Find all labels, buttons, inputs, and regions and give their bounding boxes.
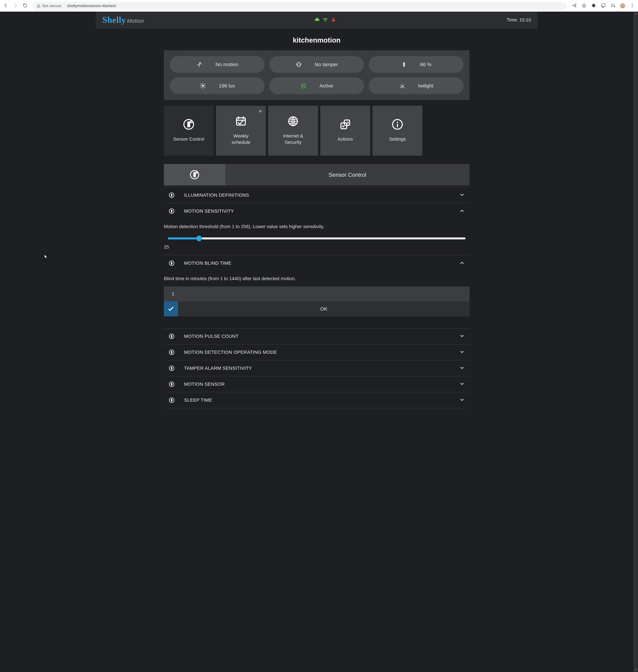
ok-button[interactable]: OK: [164, 301, 470, 316]
logo-secondary: Motion: [127, 18, 144, 24]
profile-avatar[interactable]: [620, 3, 625, 8]
tile-label: Internet & Security: [283, 133, 303, 146]
acc-sleep-time[interactable]: SLEEP TIME: [164, 392, 470, 408]
security-label: Not secure: [42, 3, 62, 8]
tile-actions[interactable]: S Actions: [320, 106, 370, 155]
section-header: Sensor Control: [164, 164, 470, 185]
status-lux[interactable]: 196 lux: [170, 78, 265, 94]
svg-rect-29: [171, 194, 172, 197]
svg-rect-15: [187, 121, 190, 127]
acc-motion-sensitivity[interactable]: MOTION SENSITIVITY: [164, 203, 470, 219]
section-title: Sensor Control: [225, 164, 470, 185]
svg-point-3: [632, 3, 633, 4]
tile-label: Settings: [389, 136, 406, 142]
chevron-down-icon: [459, 333, 465, 340]
reload-button[interactable]: [22, 3, 28, 9]
sensor-icon: [168, 260, 175, 266]
tile-sensor-control[interactable]: Sensor Control: [164, 106, 214, 155]
cast-icon[interactable]: [601, 3, 606, 9]
svg-rect-26: [194, 172, 196, 177]
app-header: Shelly Motion Time: 15:10: [96, 12, 538, 28]
blind-time-input[interactable]: [164, 286, 470, 301]
extensions-icon[interactable]: [591, 3, 596, 9]
forward-button[interactable]: [13, 3, 18, 9]
actions-icon: S: [339, 119, 351, 130]
acc-motion-operating-mode[interactable]: MOTION DETECTION OPERATING MODE: [164, 344, 470, 360]
ok-label: OK: [178, 301, 470, 316]
battery-icon: [401, 61, 407, 68]
sensitivity-slider[interactable]: [164, 237, 470, 240]
send-icon[interactable]: [572, 3, 577, 9]
scroll-up-button[interactable]: [633, 12, 638, 16]
header-time: Time: 15:10: [507, 17, 531, 22]
chevron-down-icon: [459, 397, 465, 403]
slider-thumb[interactable]: [196, 235, 202, 241]
svg-rect-10: [403, 63, 405, 67]
acc-label: MOTION DETECTION OPERATING MODE: [184, 350, 450, 355]
lock-open-icon: [331, 17, 336, 23]
svg-point-12: [202, 85, 204, 87]
status-tamper-label: No tamper: [315, 62, 338, 67]
logo-primary: Shelly: [102, 15, 126, 25]
menu-icon[interactable]: [630, 3, 635, 9]
status-twilight-label: twilight: [418, 83, 434, 88]
status-active[interactable]: Active: [269, 78, 364, 94]
acc-motion-sensor[interactable]: MOTION SENSOR: [164, 376, 470, 392]
acc-motion-blind-time[interactable]: MOTION BLIND TIME: [164, 255, 470, 271]
back-button[interactable]: [3, 3, 8, 9]
svg-rect-39: [171, 367, 172, 370]
sensor-icon: [168, 208, 175, 214]
acc-motion-pulse-count[interactable]: MOTION PULSE COUNT: [164, 328, 470, 344]
blind-desc: Blind time in minutes (from 1 to 1440) a…: [164, 275, 470, 282]
status-panel: No motion No tamper 86 % 196 lux Active: [164, 50, 470, 100]
acc-blind-time-body: Blind time in minutes (from 1 to 1440) a…: [164, 271, 470, 316]
status-motion-label: No motion: [216, 62, 238, 67]
device-title: kitchenmotion: [164, 28, 470, 50]
tile-settings[interactable]: Settings: [372, 106, 422, 155]
address-bar[interactable]: Not secure shellymotionsensor-kitchen/: [33, 2, 567, 10]
chevron-down-icon: [459, 365, 465, 372]
status-battery[interactable]: 86 %: [369, 56, 464, 73]
status-battery-label: 86 %: [420, 62, 431, 67]
slider-track[interactable]: [168, 237, 466, 240]
svg-rect-1: [38, 6, 39, 7]
scroll-down-button[interactable]: [633, 667, 638, 672]
section-icon: [164, 164, 225, 185]
acc-illumination-definitions[interactable]: ILLUMINATION DEFINITIONS: [164, 187, 470, 203]
star-icon[interactable]: [582, 3, 587, 9]
tile-label: Sensor Control: [173, 136, 204, 142]
acc-label: MOTION SENSOR: [184, 381, 450, 387]
tile-internet-security[interactable]: Internet & Security: [268, 106, 318, 155]
scrollbar[interactable]: [633, 12, 638, 672]
status-lux-label: 196 lux: [219, 83, 235, 88]
tile-label: Actions: [338, 136, 353, 142]
sensor-icon: [168, 397, 175, 403]
acc-tamper-sensitivity[interactable]: TAMPER ALARM SENSITIVITY: [164, 360, 470, 376]
chevron-down-icon: [459, 192, 465, 198]
acc-label: MOTION BLIND TIME: [184, 261, 450, 266]
logo: Shelly Motion: [102, 15, 144, 25]
svg-rect-43: [171, 399, 172, 401]
nav-tiles: Sensor Control Weekly schedule Internet …: [164, 106, 470, 155]
svg-rect-41: [171, 383, 172, 386]
tile-weekly-schedule[interactable]: Weekly schedule: [216, 106, 266, 155]
svg-rect-7: [332, 19, 335, 21]
brightness-icon: [200, 83, 206, 89]
svg-rect-33: [171, 262, 172, 264]
svg-rect-31: [171, 210, 172, 212]
status-tamper[interactable]: No tamper: [269, 56, 364, 73]
status-motion[interactable]: No motion: [170, 56, 265, 73]
info-icon: [391, 119, 403, 130]
tile-label: Weekly schedule: [232, 133, 250, 146]
status-twilight[interactable]: twilight: [369, 78, 464, 94]
svg-rect-2: [602, 4, 605, 7]
svg-rect-17: [237, 118, 246, 125]
cloud-icon: [314, 17, 320, 23]
svg-rect-9: [298, 62, 300, 66]
sensitivity-desc: Motion detection threshold (from 1 to 25…: [164, 223, 470, 230]
chevron-up-icon: [459, 260, 465, 266]
chevron-down-icon: [459, 381, 465, 387]
svg-rect-0: [38, 5, 39, 6]
playlist-icon[interactable]: [610, 3, 616, 9]
acc-label: MOTION SENSITIVITY: [184, 209, 450, 214]
